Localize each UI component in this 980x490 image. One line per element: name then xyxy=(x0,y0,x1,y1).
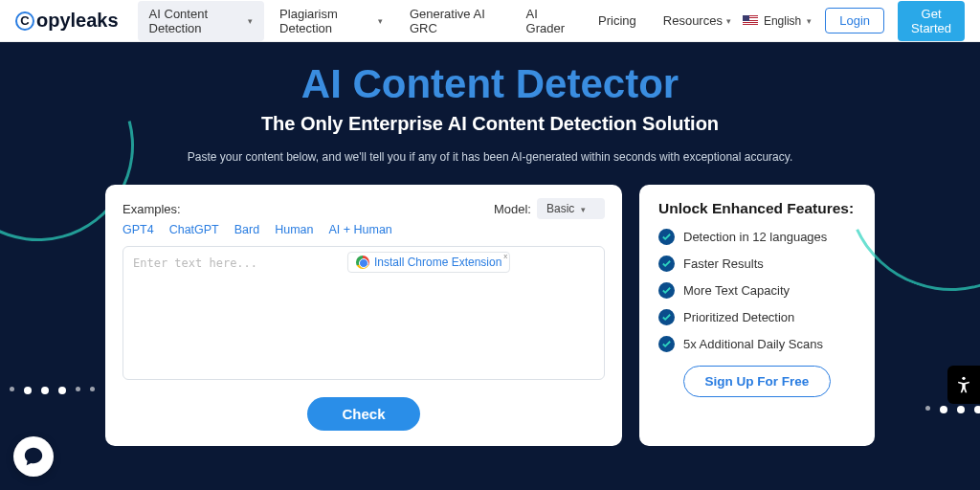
features-panel: Unlock Enhanced Features: Detection in 1… xyxy=(639,185,875,446)
model-selector-wrap: Model: Basic ▾ xyxy=(494,198,605,219)
language-label: English xyxy=(764,14,801,28)
check-icon xyxy=(658,229,675,245)
signup-free-button[interactable]: Sign Up For Free xyxy=(683,366,832,397)
nav-label: Generative AI GRC xyxy=(410,7,500,35)
page-title: AI Content Detector xyxy=(0,61,980,107)
nav-label: Pricing xyxy=(598,13,636,28)
feature-item: Detection in 12 languages xyxy=(658,229,856,245)
chevron-down-icon: ▾ xyxy=(581,205,586,214)
nav-pricing[interactable]: Pricing xyxy=(587,1,648,41)
example-bard[interactable]: Bard xyxy=(234,223,259,236)
feature-label: More Text Capacity xyxy=(683,283,790,298)
nav-resources[interactable]: Resources▾ xyxy=(652,1,743,41)
example-ai-human[interactable]: AI + Human xyxy=(328,223,391,236)
feature-label: Prioritized Detection xyxy=(683,310,794,324)
model-select[interactable]: Basic ▾ xyxy=(537,198,605,219)
feature-item: 5x Additional Daily Scans xyxy=(658,336,856,352)
nav-ai-grader[interactable]: AI Grader xyxy=(515,1,583,41)
hero-section: AI Content Detector The Only Enterprise … xyxy=(0,42,980,490)
example-gpt4[interactable]: GPT4 xyxy=(122,223,154,236)
textarea-wrap: Install Chrome Extension x xyxy=(122,246,605,384)
nav-plagiarism-detection[interactable]: Plagiarism Detection▾ xyxy=(268,1,394,41)
page-subtitle: The Only Enterprise AI Content Detection… xyxy=(0,113,980,135)
get-started-button[interactable]: Get Started xyxy=(898,1,965,41)
check-icon xyxy=(658,256,675,272)
model-label: Model: xyxy=(494,202,531,216)
svg-point-0 xyxy=(962,377,965,380)
features-title: Unlock Enhanced Features: xyxy=(658,200,856,217)
top-header: Copyleaks AI Content Detection▾ Plagiari… xyxy=(0,0,980,42)
nav-label: Resources xyxy=(663,13,723,28)
main-nav: AI Content Detection▾ Plagiarism Detecti… xyxy=(138,1,743,41)
chrome-extension-label: Install Chrome Extension xyxy=(374,256,501,269)
nav-label: Plagiarism Detection xyxy=(279,7,374,35)
check-icon xyxy=(658,282,675,299)
login-button[interactable]: Login xyxy=(825,8,884,33)
example-human[interactable]: Human xyxy=(275,223,313,236)
model-selected-value: Basic xyxy=(546,202,574,215)
chat-icon xyxy=(23,446,44,467)
accessibility-button[interactable] xyxy=(947,366,980,404)
check-icon xyxy=(658,309,675,325)
chevron-down-icon: ▾ xyxy=(726,16,731,26)
feature-item: More Text Capacity xyxy=(658,282,856,299)
language-selector[interactable]: English ▾ xyxy=(743,14,812,28)
logo[interactable]: Copyleaks xyxy=(15,10,119,32)
panels-container: Examples: Model: Basic ▾ GPT4 ChatGPT Ba… xyxy=(0,185,980,446)
feature-label: Detection in 12 languages xyxy=(683,230,827,244)
feature-item: Faster Results xyxy=(658,256,856,272)
examples-row: Examples: Model: Basic ▾ xyxy=(122,198,605,219)
logo-icon: C xyxy=(15,11,34,31)
logo-text: opyleaks xyxy=(36,10,119,32)
flag-us-icon xyxy=(743,15,758,26)
examples-label: Examples: xyxy=(122,202,181,216)
example-links: GPT4 ChatGPT Bard Human AI + Human xyxy=(122,223,605,236)
chevron-down-icon: ▾ xyxy=(807,16,812,26)
feature-item: Prioritized Detection xyxy=(658,309,856,325)
check-icon xyxy=(658,336,675,352)
nav-label: AI Grader xyxy=(526,7,571,35)
chevron-down-icon: ▾ xyxy=(248,16,253,26)
example-chatgpt[interactable]: ChatGPT xyxy=(169,223,219,236)
feature-label: 5x Additional Daily Scans xyxy=(683,337,823,351)
nav-ai-content-detection[interactable]: AI Content Detection▾ xyxy=(138,1,265,41)
feature-label: Faster Results xyxy=(683,256,764,271)
chevron-down-icon: ▾ xyxy=(378,16,383,26)
header-right: English ▾ Login Get Started xyxy=(743,1,965,41)
chat-widget-button[interactable] xyxy=(13,436,54,477)
accessibility-icon xyxy=(954,375,973,394)
page-tagline: Paste your content below, and we'll tell… xyxy=(0,150,980,164)
nav-label: AI Content Detection xyxy=(149,7,245,35)
chrome-extension-banner[interactable]: Install Chrome Extension x xyxy=(347,252,510,273)
nav-generative-ai-grc[interactable]: Generative AI GRC xyxy=(398,1,511,41)
input-panel: Examples: Model: Basic ▾ GPT4 ChatGPT Ba… xyxy=(105,185,622,446)
check-button[interactable]: Check xyxy=(307,397,419,431)
decorative-dots xyxy=(925,406,980,413)
close-icon[interactable]: x xyxy=(503,252,507,260)
chrome-icon xyxy=(356,256,369,269)
decorative-dots xyxy=(10,387,95,394)
